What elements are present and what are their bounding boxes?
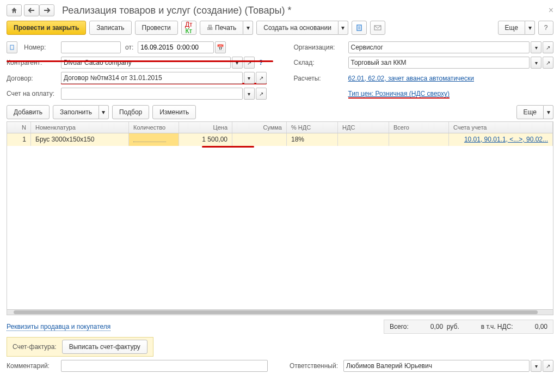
horizontal-scrollbar[interactable] [7, 309, 553, 315]
document-icon [355, 24, 363, 32]
arrow-right-icon [43, 7, 51, 14]
home-button[interactable] [7, 4, 22, 16]
col-nomenclature[interactable]: Номенклатура [31, 122, 129, 133]
table-row[interactable]: 1 Брус 3000х150х150 1 500,00 18% 10.01, … [7, 133, 553, 146]
invoice-input[interactable] [61, 88, 243, 100]
totals-currency: руб. [447, 323, 459, 330]
col-accounts[interactable]: Счета учета [449, 122, 553, 133]
print-dropdown[interactable]: ▾ [243, 21, 253, 35]
price-type-link[interactable]: Тип цен: Розничная (НДС сверху) [348, 90, 450, 99]
date-input[interactable] [138, 41, 214, 53]
cell-sum[interactable] [232, 133, 287, 146]
mail-button[interactable] [370, 21, 385, 35]
counterparty-dropdown[interactable]: ▾ [232, 57, 243, 69]
cell-total[interactable] [389, 133, 449, 146]
cell-nds[interactable] [338, 133, 389, 146]
chevron-down-icon: ▾ [247, 24, 250, 32]
mail-icon [374, 24, 381, 31]
number-label: Номер: [24, 44, 46, 51]
fill-button[interactable]: Заполнить [53, 105, 99, 119]
home-icon [10, 7, 18, 14]
cell-n[interactable]: 1 [7, 133, 31, 146]
attach-button[interactable] [352, 21, 367, 35]
counterparty-help[interactable]: ? [256, 57, 267, 69]
table-more-button[interactable]: Еще [516, 105, 544, 119]
sf-label: Счет-фактура: [13, 343, 57, 351]
comment-label: Комментарий: [7, 362, 56, 370]
pickup-button[interactable]: Подбор [112, 105, 149, 119]
scroll-thumb[interactable] [14, 310, 538, 314]
dt-kt-button[interactable]: ДтКт [181, 21, 196, 35]
svg-rect-5 [10, 45, 14, 50]
cell-vat-pct[interactable]: 18% [287, 133, 338, 146]
warehouse-input[interactable]: Торговый зал ККМ [348, 57, 530, 69]
org-dropdown[interactable]: ▾ [531, 41, 541, 53]
col-quantity[interactable]: Количество [129, 122, 179, 133]
calendar-button[interactable]: 📅 [215, 41, 226, 53]
cell-price[interactable]: 1 500,00 [179, 133, 232, 146]
col-nds[interactable]: НДС [338, 122, 389, 133]
cell-accounts[interactable]: 10.01, 90.01.1, <...>, 90.02... [449, 133, 553, 146]
back-button[interactable] [24, 4, 39, 16]
totals-panel: Всего: 0,00 руб. в т.ч. НДС: 0,00 [384, 320, 553, 334]
org-open[interactable]: ↗ [543, 41, 553, 53]
vat-label: в т.ч. НДС: [481, 323, 513, 330]
cell-nomenclature[interactable]: Брус 3000х150х150 [31, 133, 129, 146]
number-input[interactable] [61, 41, 121, 53]
warehouse-dropdown[interactable]: ▾ [531, 57, 541, 69]
seller-buyer-link[interactable]: Реквизиты продавца и покупателя [7, 323, 110, 331]
more-button[interactable]: Еще [498, 21, 525, 35]
col-sum[interactable]: Сумма [232, 122, 287, 133]
highlight-line [202, 146, 254, 148]
org-label: Организация: [294, 44, 343, 51]
sf-button[interactable]: Выписать счет-фактуру [62, 340, 147, 354]
table-empty-area [7, 146, 553, 309]
contract-dropdown[interactable]: ▾ [244, 72, 255, 84]
create-based-dropdown[interactable]: ▾ [339, 21, 348, 35]
vat-value: 0,00 [535, 323, 547, 330]
print-button[interactable]: 🖶 Печать [200, 21, 244, 35]
contract-open[interactable]: ↗ [256, 72, 267, 84]
change-button[interactable]: Изменить [152, 105, 196, 119]
close-button[interactable]: × [549, 5, 553, 15]
arrow-left-icon [28, 7, 35, 14]
help-button[interactable]: ? [538, 21, 553, 35]
write-button[interactable]: Записать [89, 21, 131, 35]
pin-icon [9, 44, 15, 51]
contract-label: Договор: [7, 75, 56, 82]
counterparty-input[interactable]: Divuar Cacao company [61, 57, 231, 69]
responsible-input[interactable]: Любимов Валерий Юрьевич [343, 360, 530, 372]
post-and-close-button[interactable]: Провести и закрыть [7, 21, 86, 35]
invoice-dropdown[interactable]: ▾ [244, 88, 255, 100]
cell-quantity[interactable] [129, 133, 179, 146]
counterparty-open[interactable]: ↗ [244, 57, 255, 69]
table-more-dropdown[interactable]: ▾ [544, 105, 553, 119]
page-title: Реализация товаров и услуг (создание) (Т… [62, 5, 546, 16]
col-n[interactable]: N [7, 122, 31, 133]
calc-link[interactable]: 62.01, 62.02, зачет аванса автоматически [348, 75, 474, 82]
forward-button[interactable] [39, 4, 54, 16]
create-based-button[interactable]: Создать на основании [256, 21, 339, 35]
col-price[interactable]: Цена [179, 122, 232, 133]
fill-dropdown[interactable]: ▾ [99, 105, 109, 119]
warehouse-open[interactable]: ↗ [543, 57, 553, 69]
responsible-dropdown[interactable]: ▾ [531, 360, 541, 372]
col-vat-pct[interactable]: % НДС [287, 122, 338, 133]
calc-label: Расчеты: [294, 75, 343, 82]
comment-input[interactable] [61, 360, 268, 372]
add-button[interactable]: Добавить [7, 105, 50, 119]
post-button[interactable]: Провести [135, 21, 178, 35]
contract-input[interactable]: Договор №0тм314 от 31.01.2015 [61, 72, 243, 84]
pin-button[interactable] [7, 41, 17, 53]
totals-value: 0,00 [430, 323, 443, 330]
chevron-down-icon: ▾ [341, 24, 344, 32]
chevron-down-icon: ▾ [528, 24, 532, 32]
help-icon: ? [544, 24, 548, 32]
ot-label: от: [125, 44, 133, 51]
responsible-open[interactable]: ↗ [543, 360, 553, 372]
col-total[interactable]: Всего [389, 122, 449, 133]
dt-kt-icon: ДтКт [185, 21, 193, 34]
more-dropdown[interactable]: ▾ [525, 21, 535, 35]
org-input[interactable]: Сервислог [348, 41, 530, 53]
invoice-open[interactable]: ↗ [256, 88, 267, 100]
